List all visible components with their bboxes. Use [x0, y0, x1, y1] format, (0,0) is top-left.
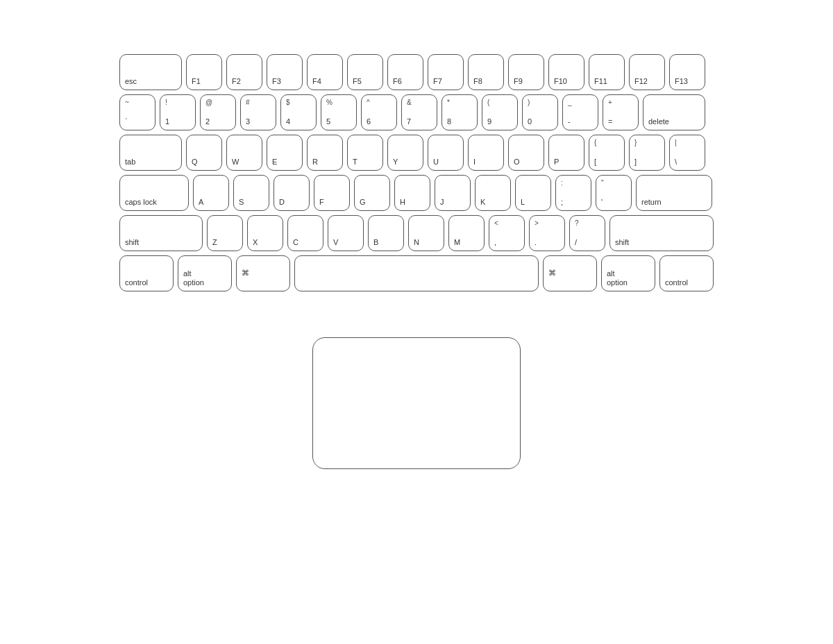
key-quote[interactable]: "' [596, 175, 632, 211]
key-x[interactable]: X [247, 215, 283, 251]
key-cmd-r[interactable]: ⌘ [543, 255, 597, 291]
key-t[interactable]: T [347, 135, 383, 171]
key-f8[interactable]: F8 [468, 54, 504, 90]
key-equals[interactable]: += [603, 94, 639, 130]
key-m[interactable]: M [448, 215, 485, 251]
key-label-f11: F11 [594, 77, 607, 86]
key-d[interactable]: D [274, 175, 310, 211]
keyboard: escF1F2F3F4F5F6F7F8F9F10F11F12F13~`!1@2#… [107, 42, 726, 304]
key-bottom-2: 2 [205, 117, 210, 126]
key-tab[interactable]: tab [119, 135, 182, 171]
key-control-r[interactable]: control [659, 255, 714, 291]
key-i[interactable]: I [468, 135, 504, 171]
key-bottom-backtick: ` [125, 117, 128, 126]
key-caps[interactable]: caps lock [119, 175, 189, 211]
key-top-1: ! [165, 99, 167, 106]
key-control-l[interactable]: control [119, 255, 174, 291]
key-f1[interactable]: F1 [186, 54, 222, 90]
key-f5[interactable]: F5 [347, 54, 383, 90]
key-n[interactable]: N [408, 215, 444, 251]
key-slash[interactable]: ?/ [569, 215, 605, 251]
key-lbracket[interactable]: {[ [589, 135, 625, 171]
key-alt-l[interactable]: alt option [178, 255, 232, 291]
key-top-9: ( [487, 99, 489, 106]
key-p[interactable]: P [548, 135, 584, 171]
key-label-esc: esc [125, 77, 137, 86]
key-f6[interactable]: F6 [387, 54, 423, 90]
key-space[interactable] [294, 255, 539, 291]
key-minus[interactable]: _- [562, 94, 598, 130]
key-label-f1: F1 [192, 77, 201, 86]
key-label-l: L [521, 198, 525, 207]
key-top-equals: + [608, 99, 612, 106]
key-label-f: F [319, 198, 324, 207]
key-row-number-row: ~`!1@2#3$4%5^6&7*8(9)0_-+=delete [119, 94, 714, 130]
key-return[interactable]: return [636, 175, 712, 211]
trackpad[interactable] [312, 337, 521, 469]
key-esc[interactable]: esc [119, 54, 182, 90]
key-comma[interactable]: <, [489, 215, 525, 251]
key-a[interactable]: A [193, 175, 229, 211]
key-cmd-l[interactable]: ⌘ [236, 255, 290, 291]
key-bottom-backslash: \ [675, 158, 677, 167]
key-bottom-7: 7 [407, 117, 411, 126]
key-label-f6: F6 [393, 77, 402, 86]
key-label-v: V [333, 238, 338, 247]
key-label-alt-r: alt option [607, 269, 628, 287]
key-label-n: N [414, 238, 419, 247]
key-9[interactable]: (9 [482, 94, 518, 130]
key-f11[interactable]: F11 [589, 54, 625, 90]
key-shift-l[interactable]: shift [119, 215, 203, 251]
key-label-tab: tab [125, 158, 135, 167]
key-z[interactable]: Z [207, 215, 243, 251]
key-top-7: & [407, 99, 412, 106]
key-f13[interactable]: F13 [669, 54, 705, 90]
key-4[interactable]: $4 [280, 94, 317, 130]
key-f12[interactable]: F12 [629, 54, 665, 90]
key-semicolon[interactable]: :; [555, 175, 591, 211]
key-backtick[interactable]: ~` [119, 94, 155, 130]
key-j[interactable]: J [435, 175, 471, 211]
key-b[interactable]: B [368, 215, 404, 251]
key-c[interactable]: C [287, 215, 323, 251]
key-1[interactable]: !1 [160, 94, 196, 130]
key-0[interactable]: )0 [522, 94, 558, 130]
key-3[interactable]: #3 [240, 94, 276, 130]
key-q[interactable]: Q [186, 135, 222, 171]
key-2[interactable]: @2 [200, 94, 236, 130]
key-f7[interactable]: F7 [428, 54, 464, 90]
key-w[interactable]: W [226, 135, 262, 171]
key-f2[interactable]: F2 [226, 54, 262, 90]
key-f3[interactable]: F3 [267, 54, 303, 90]
key-f9[interactable]: F9 [508, 54, 544, 90]
key-8[interactable]: *8 [441, 94, 478, 130]
key-top-8: * [447, 99, 450, 106]
key-h[interactable]: H [394, 175, 430, 211]
key-7[interactable]: &7 [401, 94, 437, 130]
key-f[interactable]: F [314, 175, 350, 211]
key-f10[interactable]: F10 [548, 54, 584, 90]
key-e[interactable]: E [267, 135, 303, 171]
key-rbracket[interactable]: }] [629, 135, 665, 171]
key-l[interactable]: L [515, 175, 551, 211]
key-s[interactable]: S [233, 175, 269, 211]
key-shift-r[interactable]: shift [609, 215, 714, 251]
key-alt-r[interactable]: alt option [601, 255, 655, 291]
key-v[interactable]: V [328, 215, 364, 251]
key-g[interactable]: G [354, 175, 390, 211]
key-y[interactable]: Y [387, 135, 423, 171]
key-backslash[interactable]: |\ [669, 135, 705, 171]
key-5[interactable]: %5 [321, 94, 357, 130]
key-k[interactable]: K [475, 175, 511, 211]
key-delete[interactable]: delete [643, 94, 705, 130]
key-o[interactable]: O [508, 135, 544, 171]
key-label-f4: F4 [312, 77, 321, 86]
key-f4[interactable]: F4 [307, 54, 343, 90]
key-r[interactable]: R [307, 135, 343, 171]
key-u[interactable]: U [428, 135, 464, 171]
key-top-backslash: | [675, 139, 677, 146]
key-label-h: H [400, 198, 405, 207]
key-period[interactable]: >. [529, 215, 565, 251]
key-6[interactable]: ^6 [361, 94, 397, 130]
key-top-5: % [326, 99, 333, 106]
